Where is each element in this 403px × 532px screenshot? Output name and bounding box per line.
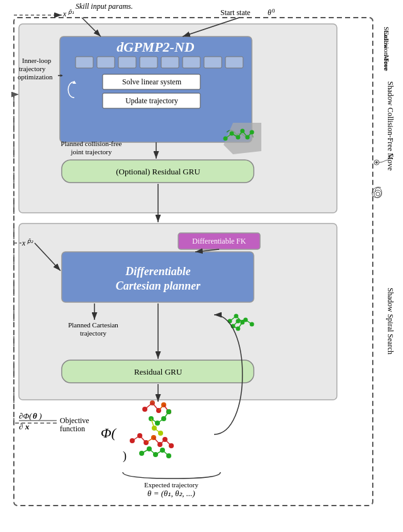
svg-line-133 xyxy=(195,249,219,252)
svg-text:Residual GRU: Residual GRU xyxy=(134,367,183,376)
svg-text:∂Φ(: ∂Φ( xyxy=(19,411,32,421)
svg-rect-44 xyxy=(62,360,254,383)
svg-text:s: s xyxy=(392,152,394,158)
svg-point-66 xyxy=(142,407,147,412)
svg-line-32 xyxy=(225,133,232,139)
svg-line-71 xyxy=(145,403,152,409)
svg-text:trajectory: trajectory xyxy=(19,65,46,72)
svg-line-98 xyxy=(165,439,171,446)
svg-text:Move: Move xyxy=(383,55,390,71)
svg-text:Skill input params.: Skill input params. xyxy=(76,2,133,11)
svg-rect-4 xyxy=(76,57,93,68)
svg-point-67 xyxy=(150,400,155,405)
svg-point-26 xyxy=(224,137,228,141)
svg-point-69 xyxy=(161,402,166,407)
svg-text:Solve linear system: Solve linear system xyxy=(122,77,182,86)
svg-text:∂: ∂ xyxy=(19,422,23,431)
svg-line-93 xyxy=(132,436,140,441)
svg-line-58 xyxy=(233,321,238,326)
svg-point-75 xyxy=(166,409,171,414)
svg-point-48 xyxy=(228,319,232,324)
svg-text:Collision-Free: Collision-Free xyxy=(383,30,390,71)
svg-text:Φ(: Φ( xyxy=(101,425,117,441)
svg-point-142 xyxy=(374,160,379,165)
svg-text:): ) xyxy=(38,411,42,421)
svg-line-105 xyxy=(149,449,156,455)
svg-point-83 xyxy=(158,431,163,436)
svg-marker-25 xyxy=(224,123,261,154)
svg-rect-10 xyxy=(204,57,222,68)
svg-line-33 xyxy=(232,133,238,137)
svg-text:Inner-loop: Inner-loop xyxy=(22,57,52,64)
svg-point-30 xyxy=(246,135,250,140)
svg-line-132 xyxy=(35,243,60,271)
svg-line-61 xyxy=(238,320,246,321)
svg-text:x: x xyxy=(62,9,67,18)
svg-point-53 xyxy=(236,319,241,324)
svg-line-57 xyxy=(233,326,238,329)
svg-line-72 xyxy=(152,403,159,410)
svg-line-95 xyxy=(146,438,154,443)
svg-point-51 xyxy=(236,327,241,331)
svg-point-86 xyxy=(130,438,135,443)
svg-line-34 xyxy=(238,131,242,137)
svg-text:θ = (θ₁, θ₂, ...): θ = (θ₁, θ₂, ...) xyxy=(147,489,195,498)
svg-marker-20 xyxy=(60,74,63,77)
svg-line-36 xyxy=(247,132,252,137)
svg-point-92 xyxy=(169,443,174,448)
svg-point-90 xyxy=(157,442,162,447)
svg-text:Objective: Objective xyxy=(60,416,89,425)
svg-line-97 xyxy=(160,439,165,444)
svg-point-102 xyxy=(160,448,165,453)
svg-text:x: x xyxy=(21,239,26,247)
svg-text:p̄₁: p̄₁ xyxy=(68,9,74,15)
svg-text:Shadow: Shadow xyxy=(383,26,390,49)
svg-point-82 xyxy=(152,426,157,431)
svg-point-100 xyxy=(147,446,152,451)
svg-rect-0 xyxy=(14,18,373,506)
svg-text:Expected trajectory: Expected trajectory xyxy=(144,481,198,489)
svg-rect-41 xyxy=(62,252,254,302)
svg-line-74 xyxy=(164,405,169,412)
svg-line-84 xyxy=(151,419,154,428)
svg-rect-11 xyxy=(225,57,243,68)
svg-point-77 xyxy=(155,421,160,426)
svg-text:θ: θ xyxy=(268,8,271,17)
svg-rect-9 xyxy=(183,57,200,68)
svg-point-27 xyxy=(230,132,234,136)
svg-point-91 xyxy=(162,437,167,442)
svg-rect-39 xyxy=(178,233,260,249)
svg-point-143 xyxy=(375,161,378,164)
svg-point-78 xyxy=(149,416,154,421)
svg-text:Differentiable FK: Differentiable FK xyxy=(192,237,246,246)
svg-line-127 xyxy=(183,18,239,37)
svg-line-55 xyxy=(236,316,242,322)
svg-point-52 xyxy=(231,324,236,329)
svg-point-49 xyxy=(234,314,239,319)
svg-text:(Optional) Residual GRU: (Optional) Residual GRU xyxy=(116,167,200,176)
svg-text:p̄₂: p̄₂ xyxy=(27,238,33,244)
svg-point-87 xyxy=(137,433,142,438)
svg-point-60 xyxy=(250,322,254,327)
svg-rect-7 xyxy=(140,57,157,68)
svg-point-28 xyxy=(236,135,241,140)
svg-point-89 xyxy=(151,435,156,440)
svg-rect-1 xyxy=(19,24,337,213)
svg-text:x: x xyxy=(387,153,391,160)
svg-point-59 xyxy=(244,318,248,322)
svg-point-29 xyxy=(241,129,245,133)
svg-text:x: x xyxy=(25,422,30,431)
svg-line-107 xyxy=(162,450,169,456)
svg-point-88 xyxy=(144,440,149,445)
svg-line-96 xyxy=(154,438,160,444)
svg-line-56 xyxy=(238,322,242,329)
svg-line-122 xyxy=(82,18,101,37)
svg-point-76 xyxy=(161,416,166,421)
svg-overlay: dGPMP2-ND Solve linear system Update tra… xyxy=(0,0,403,532)
svg-text:0: 0 xyxy=(272,8,275,14)
svg-point-99 xyxy=(139,451,144,456)
svg-point-101 xyxy=(153,452,158,457)
svg-point-141 xyxy=(376,192,380,196)
svg-line-54 xyxy=(230,316,236,321)
svg-text:Shadow Spiral Search: Shadow Spiral Search xyxy=(386,288,395,354)
